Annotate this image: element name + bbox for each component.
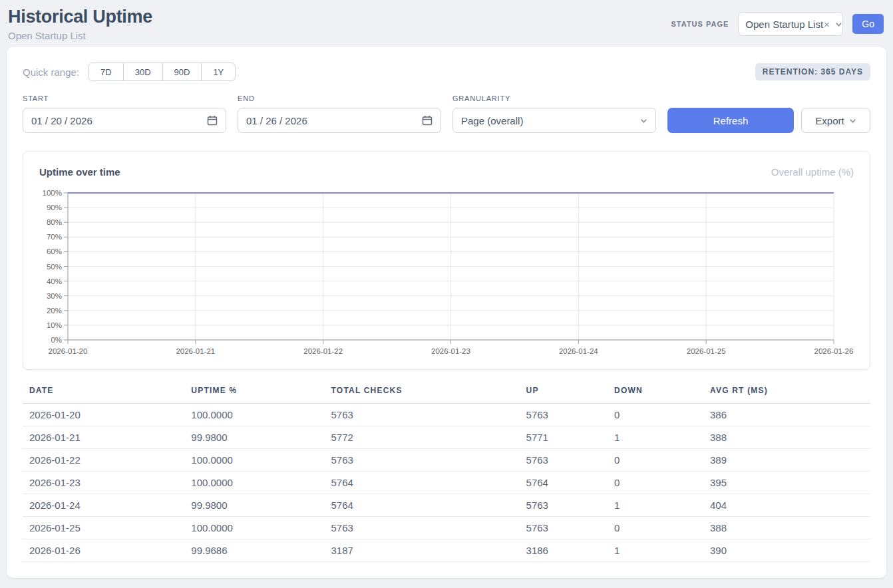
table-cell: 99.9686 [184,539,324,562]
table-cell: 1 [608,426,703,449]
svg-text:70%: 70% [47,233,62,241]
svg-text:2026-01-23: 2026-01-23 [431,347,470,355]
end-label: END [238,94,441,102]
chart-title: Uptime over time [39,166,120,178]
start-date-input[interactable]: 01 / 20 / 2026 [23,108,226,133]
chevron-down-icon [849,117,856,124]
table-cell: 2026-01-20 [23,404,184,426]
go-button[interactable]: Go [852,14,884,34]
refresh-button[interactable]: Refresh [667,108,794,133]
table-header-row: DATE UPTIME % TOTAL CHECKS UP DOWN AVG R… [23,384,870,404]
table-cell: 5763 [520,517,608,539]
granularity-select[interactable]: Page (overall) [452,108,656,133]
clear-icon[interactable]: × [824,19,830,30]
calendar-icon[interactable] [422,115,433,126]
granularity-value: Page (overall) [461,115,523,126]
table-cell: 2026-01-21 [23,426,184,449]
table-cell: 5763 [520,404,608,426]
page-title: Historical Uptime [8,7,152,27]
table-cell: 100.0000 [184,404,324,426]
svg-text:90%: 90% [47,204,62,212]
uptime-table: DATE UPTIME % TOTAL CHECKS UP DOWN AVG R… [23,384,870,562]
start-date-value: 01 / 20 / 2026 [31,115,92,126]
table-cell: 0 [608,449,703,472]
status-page-select[interactable]: Open Startup List × [738,12,843,36]
end-field: END 01 / 26 / 2026 [238,94,441,133]
chart-card: Uptime over time Overall uptime (%) 0%10… [23,151,870,370]
table-cell: 2026-01-23 [23,472,184,494]
quick-range-group: 7D 30D 90D 1Y [89,63,236,81]
main-panel: Quick range: 7D 30D 90D 1Y RETENTION: 36… [7,47,886,578]
table-cell: 5772 [325,426,520,449]
title-block: Historical Uptime Open Startup List [8,7,152,41]
table-cell: 5764 [520,472,608,494]
table-cell: 390 [703,539,870,562]
col-uptime: UPTIME % [184,384,324,404]
quick-range-30d[interactable]: 30D [123,63,163,81]
header-controls: STATUS PAGE Open Startup List × Go [671,12,884,36]
table-cell: 1 [608,539,703,562]
table-cell: 100.0000 [184,517,324,539]
table-cell: 99.9800 [184,426,324,449]
col-date: DATE [23,384,184,404]
table-row: 2026-01-25100.0000576357630388 [23,517,870,539]
granularity-field: GRANULARITY Page (overall) [452,94,656,133]
quick-range-label: Quick range: [23,67,79,78]
table-row: 2026-01-23100.0000576457640395 [23,472,870,494]
table-cell: 5763 [325,517,520,539]
col-up: UP [520,384,608,404]
svg-text:0%: 0% [51,336,62,344]
svg-text:80%: 80% [47,218,62,226]
table-cell: 2026-01-25 [23,517,184,539]
svg-text:50%: 50% [47,263,62,271]
table-cell: 388 [703,426,870,449]
table-cell: 100.0000 [184,449,324,472]
svg-text:40%: 40% [47,277,62,285]
chevron-down-icon [640,117,647,124]
table-row: 2026-01-2499.9800576457631404 [23,494,870,517]
table-cell: 2026-01-22 [23,449,184,472]
table-cell: 100.0000 [184,472,324,494]
col-total-checks: TOTAL CHECKS [325,384,520,404]
table-cell: 389 [703,449,870,472]
table-cell: 386 [703,404,870,426]
svg-text:2026-01-21: 2026-01-21 [176,347,215,355]
uptime-chart: 0%10%20%30%40%50%60%70%80%90%100%2026-01… [39,187,855,359]
table-cell: 395 [703,472,870,494]
table-cell: 5771 [520,426,608,449]
table-row: 2026-01-22100.0000576357630389 [23,449,870,472]
end-date-input[interactable]: 01 / 26 / 2026 [238,108,441,133]
table-cell: 99.9800 [184,494,324,517]
status-page-label: STATUS PAGE [671,20,729,28]
svg-text:2026-01-20: 2026-01-20 [49,347,88,355]
table-cell: 0 [608,472,703,494]
table-cell: 5764 [325,472,520,494]
table-cell: 5763 [325,449,520,472]
chart-card-header: Uptime over time Overall uptime (%) [39,166,854,178]
svg-text:2026-01-24: 2026-01-24 [559,347,598,355]
svg-text:10%: 10% [47,321,62,329]
chevron-down-icon [835,21,842,28]
page-subtitle: Open Startup List [8,30,152,41]
page: { "header": { "title": "Historical Uptim… [0,0,893,588]
start-field: START 01 / 20 / 2026 [23,94,226,133]
page-header: Historical Uptime Open Startup List STAT… [0,0,893,47]
chart-legend: Overall uptime (%) [771,166,854,178]
retention-badge: RETENTION: 365 DAYS [755,63,870,80]
calendar-icon[interactable] [207,115,218,126]
table-cell: 0 [608,404,703,426]
quick-range-90d[interactable]: 90D [162,63,202,81]
quick-range-1y[interactable]: 1Y [201,63,236,81]
col-avg-rt: AVG RT (MS) [703,384,870,404]
col-down: DOWN [608,384,703,404]
export-button[interactable]: Export [801,108,870,133]
svg-text:2026-01-25: 2026-01-25 [687,347,726,355]
table-row: 2026-01-20100.0000576357630386 [23,404,870,426]
table-row: 2026-01-2699.9686318731861390 [23,539,870,562]
quick-range-7d[interactable]: 7D [89,63,124,81]
table-cell: 5763 [520,449,608,472]
end-date-value: 01 / 26 / 2026 [246,115,307,126]
table-cell: 388 [703,517,870,539]
table-cell: 5763 [520,494,608,517]
table-body: 2026-01-20100.00005763576303862026-01-21… [23,404,870,562]
